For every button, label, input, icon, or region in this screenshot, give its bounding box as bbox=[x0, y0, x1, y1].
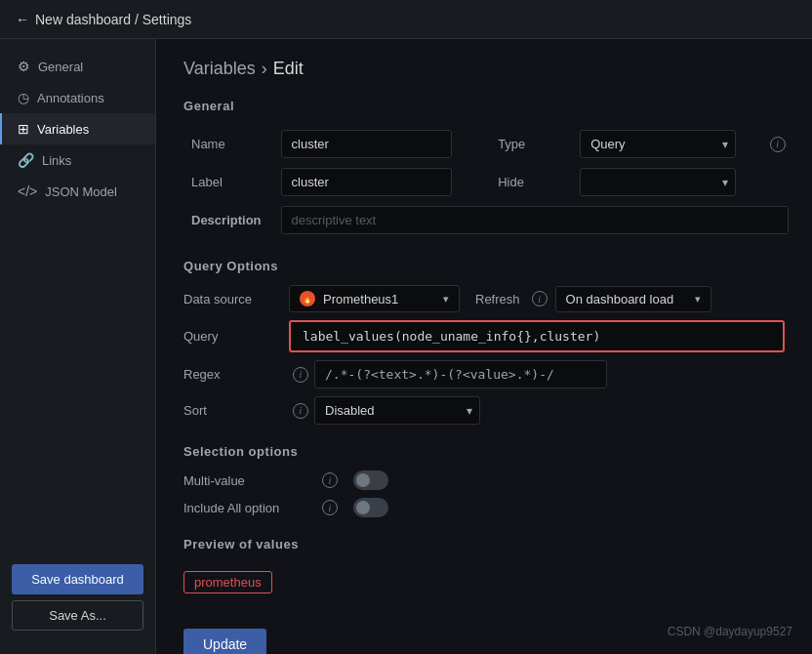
sidebar-item-label: Annotations bbox=[37, 91, 104, 105]
type-select[interactable]: Query bbox=[580, 130, 736, 158]
refresh-value-text: On dashboard load bbox=[566, 292, 674, 307]
include-all-toggle-thumb bbox=[356, 501, 370, 514]
general-section-title: General bbox=[183, 99, 785, 113]
refresh-info-icon[interactable]: i bbox=[532, 291, 548, 307]
multi-value-label: Multi-value bbox=[183, 473, 310, 488]
desc-label: Description bbox=[183, 201, 273, 239]
sidebar-item-label: Variables bbox=[37, 122, 89, 137]
general-form-table: Name Type Query i bbox=[183, 125, 796, 239]
include-all-info-icon[interactable]: i bbox=[322, 500, 338, 515]
regex-row: Regex i bbox=[183, 360, 785, 388]
breadcrumb: Variables › Edit bbox=[183, 59, 785, 79]
regex-label: Regex bbox=[183, 367, 289, 382]
datasource-chevron-icon: ▾ bbox=[443, 293, 449, 306]
hide-label: Hide bbox=[474, 163, 572, 201]
sort-row: Sort i Disabled Alphabetical (asc) Alpha… bbox=[183, 396, 785, 425]
breadcrumb-sep: › bbox=[262, 59, 267, 79]
annotations-icon: ◷ bbox=[18, 90, 29, 105]
sort-info-icon[interactable]: i bbox=[293, 403, 308, 419]
include-all-row: Include All option i bbox=[183, 498, 785, 517]
refresh-chevron-icon: ▾ bbox=[695, 293, 701, 306]
query-section-title: Query Options bbox=[183, 259, 785, 273]
multi-value-toggle-thumb bbox=[356, 473, 370, 487]
breadcrumb-current: Edit bbox=[273, 59, 304, 79]
query-input[interactable] bbox=[289, 320, 785, 352]
regex-input[interactable] bbox=[314, 360, 607, 388]
sidebar-item-json-model[interactable]: </> JSON Model bbox=[0, 176, 155, 207]
multi-value-row: Multi-value i bbox=[183, 470, 785, 490]
include-all-label: Include All option bbox=[183, 501, 310, 515]
sidebar-actions: Save dashboard Save As... bbox=[0, 552, 155, 642]
prometheus-icon: 🔥 bbox=[300, 291, 315, 307]
links-icon: 🔗 bbox=[18, 152, 34, 168]
label-label: Label bbox=[183, 163, 273, 201]
back-icon: ← bbox=[16, 12, 29, 27]
refresh-label: Refresh bbox=[475, 292, 520, 307]
refresh-select[interactable]: On dashboard load ▾ bbox=[555, 286, 711, 312]
update-button[interactable]: Update bbox=[183, 629, 266, 654]
topbar-title: New dashboard / Settings bbox=[35, 12, 191, 27]
multi-value-toggle[interactable] bbox=[353, 470, 388, 490]
sidebar-item-label: Links bbox=[42, 153, 71, 168]
type-label: Type bbox=[474, 125, 572, 163]
preview-section: Preview of values prometheus bbox=[183, 537, 785, 593]
label-row: Label Hide bbox=[183, 163, 796, 201]
selection-section-title: Selection options bbox=[183, 444, 785, 459]
json-icon: </> bbox=[18, 184, 37, 199]
query-options-section: Query Options Data source 🔥 Prometheus1 … bbox=[183, 259, 785, 425]
main-layout: ⚙ General ◷ Annotations ⊞ Variables 🔗 Li… bbox=[0, 39, 812, 654]
query-label: Query bbox=[183, 329, 289, 344]
sidebar: ⚙ General ◷ Annotations ⊞ Variables 🔗 Li… bbox=[0, 39, 156, 654]
sidebar-item-label: General bbox=[38, 60, 83, 74]
save-dashboard-button[interactable]: Save dashboard bbox=[12, 564, 143, 594]
include-all-toggle[interactable] bbox=[353, 498, 388, 517]
name-label: Name bbox=[183, 125, 273, 163]
sidebar-item-variables[interactable]: ⊞ Variables bbox=[0, 113, 155, 144]
variables-icon: ⊞ bbox=[18, 121, 29, 137]
name-input[interactable] bbox=[281, 130, 452, 158]
content-area: Variables › Edit General Name Type Query bbox=[156, 39, 812, 654]
refresh-section: Refresh i On dashboard load ▾ bbox=[475, 286, 711, 312]
preview-tag: prometheus bbox=[183, 571, 272, 593]
sidebar-item-label: JSON Model bbox=[45, 184, 117, 199]
sidebar-item-general[interactable]: ⚙ General bbox=[0, 51, 155, 82]
multi-value-info-icon[interactable]: i bbox=[322, 472, 338, 488]
save-as-button[interactable]: Save As... bbox=[12, 600, 143, 631]
desc-input[interactable] bbox=[281, 206, 789, 234]
hide-select-wrapper bbox=[580, 168, 736, 196]
datasource-select[interactable]: 🔥 Prometheus1 ▾ bbox=[289, 285, 460, 312]
query-row: Query bbox=[183, 320, 785, 352]
name-row: Name Type Query i bbox=[183, 125, 796, 163]
type-info-icon[interactable]: i bbox=[770, 137, 786, 152]
label-input[interactable] bbox=[281, 168, 452, 196]
back-button[interactable]: ← New dashboard / Settings bbox=[16, 12, 191, 27]
breadcrumb-parent[interactable]: Variables bbox=[183, 59, 256, 79]
selection-section: Selection options Multi-value i Include … bbox=[183, 444, 785, 517]
type-select-wrapper: Query bbox=[580, 130, 736, 158]
sidebar-item-annotations[interactable]: ◷ Annotations bbox=[0, 82, 155, 113]
datasource-label: Data source bbox=[183, 292, 289, 307]
sort-label: Sort bbox=[183, 403, 289, 418]
sort-select-wrapper: Disabled Alphabetical (asc) Alphabetical… bbox=[314, 396, 480, 425]
preview-section-title: Preview of values bbox=[183, 537, 785, 552]
topbar: ← New dashboard / Settings bbox=[0, 0, 812, 39]
desc-row: Description bbox=[183, 201, 796, 239]
footer-credit: CSDN @daydayup9527 bbox=[668, 625, 792, 638]
datasource-name: Prometheus1 bbox=[323, 292, 398, 307]
sort-select[interactable]: Disabled Alphabetical (asc) Alphabetical… bbox=[314, 396, 480, 425]
sidebar-item-links[interactable]: 🔗 Links bbox=[0, 144, 155, 176]
hide-select[interactable] bbox=[580, 168, 736, 196]
regex-info-icon[interactable]: i bbox=[293, 367, 308, 383]
datasource-row: Data source 🔥 Prometheus1 ▾ Refresh i On… bbox=[183, 285, 785, 312]
general-icon: ⚙ bbox=[18, 59, 30, 74]
general-section: General Name Type Query bbox=[183, 99, 785, 239]
